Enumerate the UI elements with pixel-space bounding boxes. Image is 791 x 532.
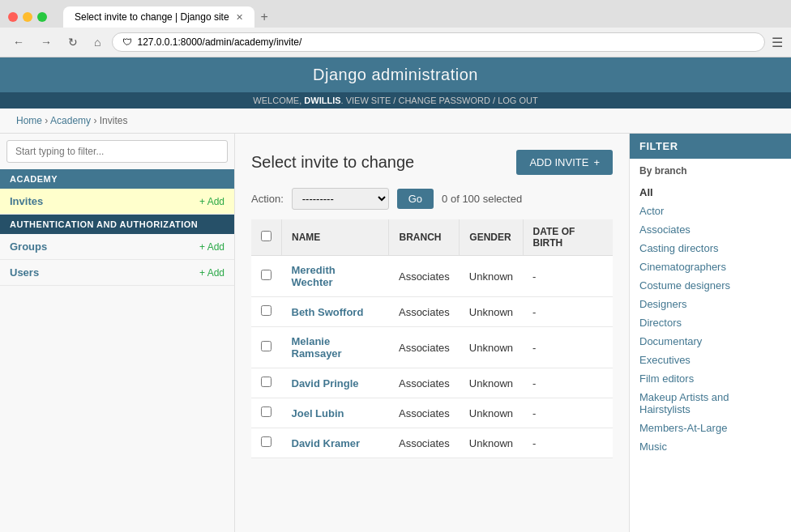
filter-item-6[interactable]: Designers: [630, 295, 791, 313]
row-checkbox-2[interactable]: [261, 341, 272, 351]
log-out-link[interactable]: LOG OUT: [498, 96, 538, 105]
row-gender-0: Unknown: [460, 256, 523, 297]
filter-link-4[interactable]: Cinematographers: [639, 261, 781, 273]
add-invite-button[interactable]: ADD INVITE +: [516, 150, 613, 175]
filter-link-2[interactable]: Associates: [639, 223, 781, 236]
row-dob-5: -: [523, 428, 613, 458]
row-checkbox-cell: [251, 327, 282, 368]
row-name-3: David Pringle: [282, 368, 389, 398]
row-checkbox-cell: [251, 256, 282, 297]
filter-link-10[interactable]: Film editors: [639, 372, 781, 385]
row-branch-5: Associates: [389, 428, 460, 458]
invites-table: NAME BRANCH GENDER DATE OF BIRTH Meredit…: [251, 219, 613, 458]
forward-button[interactable]: →: [36, 34, 57, 50]
row-checkbox-4[interactable]: [261, 406, 272, 417]
breadcrumb-current: Invites: [100, 115, 128, 126]
row-name-0: Meredith Wechter: [282, 256, 389, 297]
row-checkbox-3[interactable]: [261, 377, 272, 387]
sidebar-item-users[interactable]: Users + Add: [0, 260, 234, 286]
filter-link-8[interactable]: Documentary: [639, 335, 781, 347]
tab-title: Select invite to change | Django site: [75, 11, 229, 23]
minimize-dot[interactable]: [23, 12, 32, 22]
filter-header: FILTER: [630, 134, 791, 159]
filter-item-8[interactable]: Documentary: [630, 332, 791, 351]
browser-menu-button[interactable]: ☰: [772, 35, 783, 50]
refresh-button[interactable]: ↻: [63, 34, 83, 50]
sidebar-filter-input[interactable]: [6, 140, 228, 163]
row-name-link-5[interactable]: David Kramer: [292, 437, 361, 449]
row-branch-3: Associates: [389, 368, 460, 398]
breadcrumb-home[interactable]: Home: [16, 115, 42, 126]
row-name-link-2[interactable]: Melanie Ramsayer: [292, 335, 342, 360]
row-name-link-1[interactable]: Beth Swofford: [292, 306, 364, 318]
home-button[interactable]: ⌂: [89, 34, 105, 50]
content-area: Select invite to change ADD INVITE + Act…: [235, 134, 629, 532]
row-name-5: David Kramer: [282, 428, 389, 458]
browser-tab-bar: Select invite to change | Django site ✕ …: [55, 6, 283, 28]
go-button[interactable]: Go: [397, 189, 434, 209]
filter-link-5[interactable]: Costume designers: [639, 279, 781, 292]
action-select[interactable]: ---------: [292, 188, 389, 210]
breadcrumb-academy[interactable]: Academy: [50, 115, 91, 126]
row-checkbox-1[interactable]: [261, 305, 272, 316]
sidebar-item-invites[interactable]: Invites + Add: [0, 189, 234, 215]
row-checkbox-cell: [251, 398, 282, 428]
row-checkbox-5[interactable]: [261, 436, 272, 447]
sidebar-academy-header: ACADEMY: [0, 169, 234, 189]
browser-addressbar: ← → ↻ ⌂ 🛡 127.0.0.1:8000/admin/academy/i…: [0, 28, 791, 57]
table-row: Meredith Wechter Associates Unknown -: [251, 256, 613, 297]
row-name-link-0[interactable]: Meredith Wechter: [292, 264, 336, 288]
browser-tab[interactable]: Select invite to change | Django site ✕: [63, 6, 254, 28]
filter-item-5[interactable]: Costume designers: [630, 276, 791, 295]
filter-item-0[interactable]: All: [630, 183, 791, 202]
filter-item-3[interactable]: Casting directors: [630, 239, 791, 257]
sidebar-groups-add[interactable]: + Add: [199, 241, 224, 253]
row-branch-0: Associates: [389, 256, 460, 297]
filter-item-4[interactable]: Cinematographers: [630, 257, 791, 276]
filter-link-7[interactable]: Directors: [639, 317, 781, 329]
filter-link-13[interactable]: Music: [639, 440, 781, 453]
row-dob-2: -: [523, 327, 613, 368]
filter-item-12[interactable]: Members-At-Large: [630, 419, 791, 437]
filter-item-1[interactable]: Actor: [630, 202, 791, 220]
filter-item-9[interactable]: Executives: [630, 351, 791, 369]
filter-item-10[interactable]: Film editors: [630, 369, 791, 388]
view-site-link[interactable]: VIEW SITE: [346, 96, 391, 105]
row-checkbox-cell: [251, 428, 282, 458]
sidebar-item-groups[interactable]: Groups + Add: [0, 234, 234, 260]
filter-link-6[interactable]: Designers: [639, 298, 781, 310]
row-checkbox-cell: [251, 297, 282, 327]
row-dob-3: -: [523, 368, 613, 398]
tab-close-icon[interactable]: ✕: [236, 12, 243, 23]
col-header-branch: BRANCH: [389, 219, 460, 256]
filter-item-11[interactable]: Makeup Artists and Hairstylists: [630, 388, 791, 419]
filter-item-2[interactable]: Associates: [630, 220, 791, 239]
back-button[interactable]: ←: [8, 34, 29, 50]
filter-link-11[interactable]: Makeup Artists and Hairstylists: [639, 391, 781, 415]
close-dot[interactable]: [8, 12, 18, 22]
change-password-link[interactable]: CHANGE PASSWORD: [398, 96, 490, 105]
filter-link-3[interactable]: Casting directors: [639, 242, 781, 254]
add-invite-label: ADD INVITE: [529, 156, 588, 168]
table-row: Beth Swofford Associates Unknown -: [251, 297, 613, 327]
address-url: 127.0.0.1:8000/admin/academy/invite/: [137, 36, 301, 48]
browser-chrome: Select invite to change | Django site ✕ …: [0, 0, 791, 57]
row-name-1: Beth Swofford: [282, 297, 389, 327]
sidebar-invites-add[interactable]: + Add: [199, 196, 224, 207]
sidebar-users-add[interactable]: + Add: [199, 267, 224, 279]
row-name-link-3[interactable]: David Pringle: [292, 377, 359, 389]
browser-dots: [8, 12, 47, 22]
maximize-dot[interactable]: [37, 12, 47, 22]
content-header: Select invite to change ADD INVITE +: [251, 150, 613, 175]
filter-link-1[interactable]: Actor: [639, 205, 781, 217]
row-name-link-4[interactable]: Joel Lubin: [292, 407, 344, 419]
row-dob-4: -: [523, 398, 613, 428]
row-checkbox-0[interactable]: [261, 270, 272, 280]
filter-link-9[interactable]: Executives: [639, 354, 781, 366]
filter-link-12[interactable]: Members-At-Large: [639, 422, 781, 434]
filter-item-13[interactable]: Music: [630, 437, 791, 456]
new-tab-button[interactable]: +: [254, 6, 275, 28]
sidebar-item-users-label: Users: [10, 266, 39, 279]
select-all-checkbox[interactable]: [261, 231, 272, 241]
filter-item-7[interactable]: Directors: [630, 313, 791, 332]
